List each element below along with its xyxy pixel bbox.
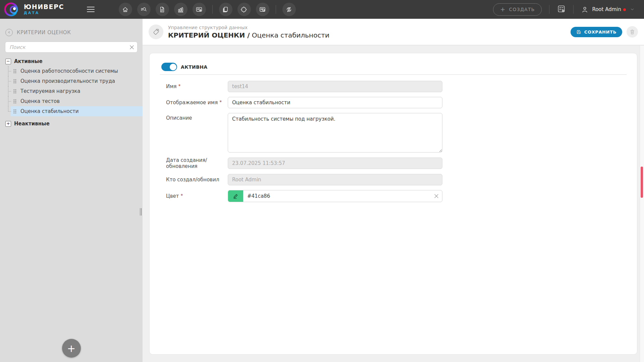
form-row-display-name: Отображаемое имя* xyxy=(166,97,627,108)
univers-logo-icon xyxy=(4,2,19,17)
brand-text: ЮНИВЕРС ДАТА xyxy=(24,4,64,15)
bar-chart-icon[interactable] xyxy=(174,3,187,16)
search-lines-icon[interactable] xyxy=(137,3,151,16)
tree-group-active[interactable]: − Активные xyxy=(5,57,143,66)
form-divider xyxy=(160,74,627,75)
page-title: КРИТЕРИЙ ОЦЕНКИ / Оценка стабильности xyxy=(168,31,329,40)
main-scrollbar-thumb[interactable] xyxy=(641,167,643,198)
criteria-tree: − Активные Оценка работоспособности сист… xyxy=(0,57,143,128)
task-checklist-icon[interactable] xyxy=(557,4,566,14)
expand-expander-icon[interactable]: + xyxy=(5,121,11,127)
card-search-icon[interactable] xyxy=(256,3,269,16)
content-area: АКТИВНА Имя* Отображаемое имя* Описание … xyxy=(143,45,644,355)
field-label: Отображаемое имя* xyxy=(166,100,228,106)
tree-item[interactable]: Оценка тестов xyxy=(5,96,143,106)
collapse-expander-icon[interactable]: − xyxy=(5,59,11,64)
color-clear-icon[interactable] xyxy=(431,190,442,202)
color-value-field[interactable] xyxy=(243,190,431,202)
page-header: Управление структурой данных КРИТЕРИЙ ОЦ… xyxy=(143,19,644,45)
floppy-icon xyxy=(576,29,581,35)
drag-handle-icon[interactable] xyxy=(13,89,16,94)
add-criterion-button[interactable]: + xyxy=(62,339,81,358)
create-button[interactable]: + СОЗДАТЬ xyxy=(493,3,542,16)
name-field[interactable] xyxy=(228,81,442,92)
page-title-entity: КРИТЕРИЙ ОЦЕНКИ / xyxy=(168,31,250,39)
field-label: Имя* xyxy=(166,83,228,89)
main-scrollbar-track[interactable] xyxy=(640,46,644,362)
sidebar-resize-handle[interactable] xyxy=(139,207,142,216)
puzzle-icon[interactable] xyxy=(237,3,251,16)
tree-children: Оценка работоспособности системы Оценка … xyxy=(5,66,143,116)
tag-badge xyxy=(149,24,163,39)
active-toggle[interactable] xyxy=(161,63,177,71)
search-clear-icon[interactable] xyxy=(127,43,136,52)
criterion-form: Имя* Отображаемое имя* Описание Стабильн… xyxy=(166,81,627,202)
nav-divider xyxy=(212,5,213,14)
tree-group-inactive[interactable]: + Неактивные xyxy=(5,119,143,128)
delete-button[interactable] xyxy=(627,26,638,38)
tree-item-label: Оценка тестов xyxy=(20,98,60,104)
description-field[interactable]: Стабильность системы под нагрузкой. xyxy=(228,113,442,153)
plus-icon: + xyxy=(500,6,505,12)
primary-nav xyxy=(119,3,296,16)
form-row-name: Имя* xyxy=(166,81,627,92)
chevron-left-icon: ‹ xyxy=(8,30,10,35)
drag-handle-icon[interactable] xyxy=(13,99,16,104)
main-panel: Управление структурой данных КРИТЕРИЙ ОЦ… xyxy=(143,19,644,362)
app-logo[interactable]: ЮНИВЕРС ДАТА xyxy=(4,2,64,17)
field-label: Описание xyxy=(166,113,228,121)
drag-handle-icon[interactable] xyxy=(13,69,16,73)
field-label: Кто создал/обновил xyxy=(166,177,228,183)
user-sync-icon[interactable] xyxy=(282,3,296,16)
tree-item-label: Тестируемая нагрузка xyxy=(20,88,80,94)
card-gear-icon[interactable] xyxy=(193,3,206,16)
home-icon[interactable] xyxy=(119,3,132,16)
stacked-pages-icon[interactable] xyxy=(219,3,232,16)
user-icon xyxy=(581,6,589,13)
tree-item[interactable]: Оценка работоспособности системы xyxy=(5,66,143,76)
document-icon[interactable] xyxy=(156,3,169,16)
required-marker: * xyxy=(180,193,183,198)
page-titles: Управление структурой данных КРИТЕРИЙ ОЦ… xyxy=(168,24,329,40)
chevron-down-icon xyxy=(630,7,635,12)
toggle-knob xyxy=(170,64,176,70)
user-menu[interactable]: Root Admin xyxy=(581,4,635,15)
drag-handle-icon[interactable] xyxy=(13,79,16,83)
created-date-field[interactable] xyxy=(228,158,442,169)
color-picker-control xyxy=(228,190,442,202)
sidebar-search xyxy=(5,42,138,53)
page-title-item: Оценка стабильности xyxy=(252,31,329,39)
active-toggle-label: АКТИВНА xyxy=(181,64,208,70)
search-input[interactable] xyxy=(5,42,138,53)
tag-icon xyxy=(152,28,160,36)
menu-hamburger-icon[interactable] xyxy=(85,5,97,14)
active-toggle-row: АКТИВНА xyxy=(161,63,627,71)
topbar-right: + СОЗДАТЬ Root Admin xyxy=(493,3,635,16)
form-row-created-by: Кто создал/обновил xyxy=(166,174,627,185)
tree-item-label: Оценка стабильности xyxy=(20,108,78,114)
brand-sub: ДАТА xyxy=(24,11,64,15)
collapse-sidebar-icon[interactable]: ‹ xyxy=(5,29,13,36)
display-name-field[interactable] xyxy=(228,97,442,108)
sidebar-title: КРИТЕРИИ ОЦЕНОК xyxy=(17,29,71,36)
sidebar-header: ‹ КРИТЕРИИ ОЦЕНОК xyxy=(0,19,143,36)
form-row-color: Цвет* xyxy=(166,190,627,202)
tree-item-selected[interactable]: Оценка стабильности xyxy=(5,106,143,116)
notification-dot xyxy=(623,8,626,11)
required-marker: * xyxy=(219,99,222,105)
tree-item[interactable]: Оценка производительности труда xyxy=(5,76,143,86)
tree-group-label: Активные xyxy=(14,58,43,64)
pencil-icon xyxy=(233,193,238,199)
field-label: Цвет* xyxy=(166,193,228,199)
user-name: Root Admin xyxy=(592,6,621,12)
required-marker: * xyxy=(178,83,181,88)
color-swatch-button[interactable] xyxy=(228,190,243,202)
tree-item-label: Оценка работоспособности системы xyxy=(20,68,118,74)
tree-item[interactable]: Тестируемая нагрузка xyxy=(5,86,143,96)
topbar: ЮНИВЕРС ДАТА xyxy=(0,0,644,19)
topbar-divider xyxy=(573,5,574,14)
created-by-field[interactable] xyxy=(228,174,442,185)
nav-divider xyxy=(276,5,276,14)
save-button[interactable]: СОХРАНИТЬ xyxy=(571,27,622,37)
drag-handle-icon[interactable] xyxy=(13,109,16,114)
